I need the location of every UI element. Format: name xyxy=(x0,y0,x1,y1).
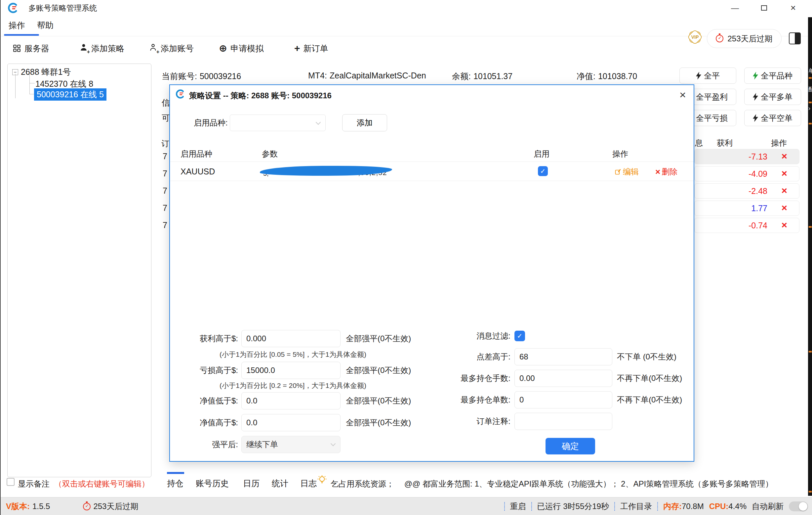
edit-pencil-icon xyxy=(615,168,621,175)
strategy-settings-dialog: 策略设置 -- 策略: 2688 账号: 500039216 × 启用品种: 添… xyxy=(169,84,694,462)
toolbar-add-strategy-button[interactable]: + 添加策略 xyxy=(79,42,124,55)
tree-root-node[interactable]: − 2688 蜂群1号 xyxy=(12,66,71,77)
enable-symbol-row: 启用品种: 添加 xyxy=(194,114,387,131)
current-account-field: 当前账号:500039216 xyxy=(162,71,241,82)
enable-symbol-label: 启用品种: xyxy=(194,117,228,128)
vip-badge-icon: VIP xyxy=(687,29,703,45)
toolbar-apply-demo-button[interactable]: ⊕ 申请模拟 xyxy=(219,42,263,55)
positions-header-actions: 操作 xyxy=(771,138,787,148)
divider xyxy=(657,502,658,511)
layout-toggle-icon[interactable] xyxy=(789,32,801,44)
delete-symbol-link[interactable]: × 删除 xyxy=(655,166,677,177)
order-header-fragment: 订 xyxy=(161,138,170,149)
max-lots-row: 最多持仓手数: 不再下单(0不生效) xyxy=(448,370,682,387)
enabled-checkbox-checked[interactable]: ✓ xyxy=(538,166,548,176)
after-liquidation-row: 强平后: 继续下单 xyxy=(175,436,341,453)
equity-below-input[interactable] xyxy=(241,392,341,409)
menu-item-operate[interactable]: 操作 xyxy=(8,16,25,34)
tab-account-history[interactable]: 账号历史 xyxy=(196,478,229,489)
close-position-icon[interactable]: × xyxy=(781,186,787,196)
order-comment-label: 订单注释: xyxy=(448,416,511,427)
equity-above-input[interactable] xyxy=(241,414,341,431)
symbol-select[interactable] xyxy=(230,114,326,131)
tab-log[interactable]: 日志 xyxy=(300,478,317,489)
toolbar-label: 新订单 xyxy=(303,43,328,54)
loss-above-row: 亏损高于$: 全部强平(0不生效) xyxy=(175,362,411,379)
restart-button[interactable]: 重启 xyxy=(510,501,526,512)
license-expiry-button[interactable]: 253天后过期 xyxy=(707,29,782,48)
confirm-button[interactable]: 确定 xyxy=(546,438,595,455)
tree-root-label: 2688 蜂群1号 xyxy=(21,66,71,77)
spread-above-suffix: 不下单 (0不生效) xyxy=(617,352,676,362)
spread-above-input[interactable] xyxy=(515,348,612,365)
strip-marker xyxy=(809,226,812,228)
profit-above-input[interactable] xyxy=(241,330,341,347)
equity-value: 101038.70 xyxy=(598,72,637,81)
autorefresh-toggle[interactable] xyxy=(789,502,808,511)
bolt-icon xyxy=(696,72,701,80)
ticket-fragment: 7 xyxy=(163,152,167,161)
cpu-label: CPU: xyxy=(709,502,729,511)
after-liquidation-value: 继续下单 xyxy=(246,439,278,450)
max-orders-input[interactable] xyxy=(515,391,612,408)
notice-marquee: 乞占用系统资源； @@ 都富业务范围: 1、专业稳定API跟单系统（功能强大）；… xyxy=(330,479,773,489)
strip-marker xyxy=(809,491,812,492)
chevron-down-icon xyxy=(315,120,321,125)
check-icon: ✓ xyxy=(540,167,546,175)
minimize-icon: — xyxy=(731,3,739,12)
bolt-green-icon xyxy=(753,72,758,80)
app-title: 多账号策略管理系统 xyxy=(28,0,97,16)
ticket-fragment: 7 xyxy=(163,220,167,230)
mt4-label: MT4: xyxy=(308,71,327,80)
tree-item-account-500039216-selected[interactable]: 500039216 在线 5 xyxy=(34,88,107,101)
show-note-checkbox[interactable] xyxy=(7,478,14,486)
strip-marker xyxy=(809,123,812,125)
strip-marker xyxy=(809,102,812,103)
order-comment-input[interactable] xyxy=(515,413,612,430)
strip-glyph-fragment: 单 xyxy=(808,67,812,75)
strip-marker xyxy=(809,351,812,352)
spread-above-label: 点差高于: xyxy=(448,352,511,362)
toolbar-label: 添加账号 xyxy=(161,43,194,54)
collapsed-side-strip[interactable]: 单 配 › xyxy=(808,17,812,496)
close-all-short-button[interactable]: 全平空单 xyxy=(744,110,801,126)
max-lots-input[interactable] xyxy=(515,370,612,387)
toolbar-server-button[interactable]: 服务器 xyxy=(12,42,49,55)
close-all-long-button[interactable]: 全平多单 xyxy=(744,89,801,105)
close-all-button[interactable]: 全平 xyxy=(679,67,736,84)
menu-item-help[interactable]: 帮助 xyxy=(37,16,54,34)
check-icon: ✓ xyxy=(517,332,523,340)
profit-value: -0.74 xyxy=(749,221,767,231)
toolbar-add-account-button[interactable]: + 添加账号 xyxy=(149,42,194,55)
add-symbol-button[interactable]: 添加 xyxy=(342,114,387,131)
autorefresh-label: 自动刷新 xyxy=(752,501,784,512)
maximize-icon xyxy=(761,5,767,10)
workdir-button[interactable]: 工作目录 xyxy=(620,501,652,512)
loss-above-input[interactable] xyxy=(241,362,341,379)
loss-above-suffix: 全部强平(0不生效) xyxy=(346,365,411,376)
message-filter-checkbox-checked[interactable]: ✓ xyxy=(515,331,525,341)
minimize-button[interactable]: — xyxy=(723,0,747,16)
profit-value: -7.13 xyxy=(749,152,767,162)
close-all-symbol-button[interactable]: 全平品种 xyxy=(744,67,801,84)
tab-statistics[interactable]: 统计 xyxy=(272,478,288,489)
statusbar-expiry: 253天后过期 xyxy=(93,501,138,512)
maximize-button[interactable] xyxy=(752,0,776,16)
close-position-icon[interactable]: × xyxy=(781,220,787,230)
dialog-close-button[interactable]: × xyxy=(674,86,691,103)
close-position-icon[interactable]: × xyxy=(781,203,787,213)
expand-chevron-icon[interactable]: › xyxy=(808,105,810,112)
after-liquidation-select[interactable]: 继续下单 xyxy=(241,436,341,453)
edit-symbol-link[interactable]: 编辑 xyxy=(615,166,639,177)
max-orders-row: 最多持仓单数: 不再下单(0不生效) xyxy=(448,391,682,408)
close-button[interactable]: × xyxy=(781,0,805,16)
available-label-fragment: 可 xyxy=(162,112,170,124)
close-position-icon[interactable]: × xyxy=(781,168,787,179)
tab-positions[interactable]: 持仓 xyxy=(167,478,183,489)
tree-item-account-1452370[interactable]: 1452370 在线 8 xyxy=(35,78,93,89)
toolbar-new-order-button[interactable]: + 新订单 xyxy=(294,42,328,55)
tab-calendar[interactable]: 日历 xyxy=(243,478,260,489)
active-menu-underline xyxy=(4,34,39,36)
memory-value: 70.8M xyxy=(682,502,704,511)
close-position-icon[interactable]: × xyxy=(781,151,787,161)
